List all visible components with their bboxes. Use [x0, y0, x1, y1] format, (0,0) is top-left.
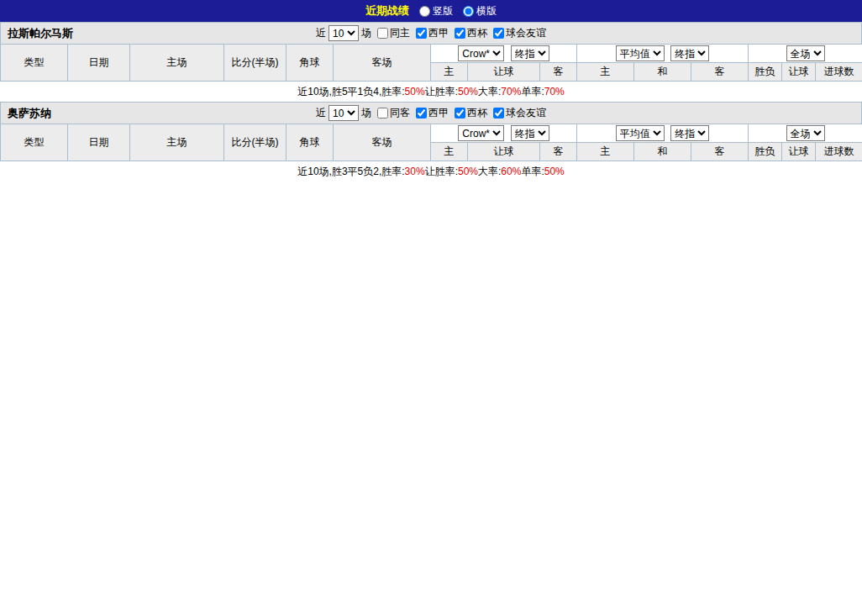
col-header-type: 类型 — [1, 45, 68, 82]
copa-checkbox[interactable] — [455, 28, 465, 39]
summary-segment: 30% — [405, 166, 425, 177]
filter-laliga[interactable]: 西甲 — [413, 26, 449, 40]
sub-header-handicap-line: 让球 — [468, 63, 540, 82]
handicap-time-select[interactable]: 终指 — [511, 45, 549, 61]
copa-checkbox[interactable] — [455, 108, 465, 118]
sub-header-handicap-result: 让球 — [782, 143, 816, 161]
vertical-layout-label: 竖版 — [433, 4, 453, 18]
col-header-score: 比分(半场) — [224, 45, 286, 82]
friendly-checkbox[interactable] — [493, 108, 504, 118]
team-name: 奥萨苏纳 — [8, 106, 51, 121]
summary-segment: 60% — [501, 166, 521, 177]
recent-label-pre: 近 — [316, 106, 326, 120]
friendly-checkbox[interactable] — [493, 28, 504, 39]
recent-count-select[interactable]: 10 — [329, 105, 359, 121]
sub-header-handicap-line: 让球 — [468, 143, 540, 161]
scope-select[interactable]: 全场 — [786, 45, 825, 61]
header-row-top: 类型 日期 主场 比分(半场) 角球 客场 Crow* 终指 平均值 终指 全场 — [1, 124, 862, 143]
recent-label-post: 场 — [361, 26, 371, 40]
summary-segment: 50% — [458, 166, 478, 177]
horizontal-layout-label: 横版 — [476, 4, 497, 18]
summary-segment: 70% — [501, 86, 521, 97]
col-header-type: 类型 — [1, 124, 68, 161]
sub-header-euro-draw: 和 — [634, 143, 691, 161]
filter-friendly[interactable]: 球会友谊 — [490, 26, 546, 40]
scope-controls: 全场 — [749, 45, 862, 63]
layout-option-vertical[interactable]: 竖版 — [419, 4, 453, 18]
filter-copa[interactable]: 西杯 — [451, 106, 487, 120]
col-header-away: 客场 — [334, 45, 431, 82]
summary-segment: 大率: — [478, 165, 501, 179]
col-header-date: 日期 — [68, 124, 130, 161]
filter-same-home[interactable]: 同主 — [374, 26, 410, 40]
same-away-checkbox[interactable] — [377, 108, 388, 118]
summary-segment: 让胜率: — [425, 165, 458, 179]
sub-header-result: 胜负 — [749, 143, 782, 161]
filter-copa[interactable]: 西杯 — [451, 26, 487, 40]
filter-friendly[interactable]: 球会友谊 — [490, 106, 546, 120]
sub-header-goals: 进球数 — [816, 63, 862, 82]
team-name: 拉斯帕尔马斯 — [8, 26, 73, 41]
europe-time-select[interactable]: 终指 — [670, 45, 709, 61]
header-row-top: 类型 日期 主场 比分(半场) 角球 客场 Crow* 终指 平均值 终指 全场 — [1, 45, 862, 63]
summary-segment: 胜率: — [381, 165, 404, 179]
europe-odds-controls: 平均值 终指 — [577, 124, 749, 143]
europe-time-select[interactable]: 终指 — [670, 125, 709, 141]
topbar: 近期战绩 竖版 横版 — [0, 0, 862, 22]
europe-source-select[interactable]: 平均值 — [616, 45, 665, 61]
col-header-corner: 角球 — [286, 124, 334, 161]
sub-header-handicap-home: 主 — [431, 143, 468, 161]
summary-segment: 胜率: — [381, 85, 404, 99]
sub-header-euro-draw: 和 — [634, 63, 691, 82]
sub-header-handicap-result: 让球 — [782, 63, 816, 82]
results-table: 类型 日期 主场 比分(半场) 角球 客场 Crow* 终指 平均值 终指 全场 — [0, 124, 862, 161]
europe-source-select[interactable]: 平均值 — [616, 125, 665, 141]
recent-count-select[interactable]: 10 — [329, 25, 359, 41]
section-header: 拉斯帕尔马斯 近 10 场 同主 西甲 西杯 球会友谊 — [0, 22, 862, 44]
sub-header-handicap-away: 客 — [540, 63, 577, 82]
section-header: 奥萨苏纳 近 10 场 同客 西甲 西杯 球会友谊 — [0, 102, 862, 124]
horizontal-layout-radio[interactable] — [463, 6, 474, 17]
handicap-time-select[interactable]: 终指 — [511, 125, 549, 141]
filter-laliga[interactable]: 西甲 — [413, 106, 449, 120]
recent-label-post: 场 — [361, 106, 371, 120]
summary-segment: 近10场,胜5平1负4, — [297, 85, 381, 99]
filter-bar: 近 10 场 同主 西甲 西杯 球会友谊 — [316, 25, 546, 41]
sub-header-handicap-away: 客 — [540, 143, 577, 161]
sub-header-goals: 进球数 — [816, 143, 862, 161]
sub-header-euro-away: 客 — [691, 143, 749, 161]
summary-segment: 70% — [544, 86, 565, 97]
europe-odds-controls: 平均值 终指 — [577, 45, 749, 63]
sub-header-euro-home: 主 — [577, 63, 634, 82]
layout-option-horizontal[interactable]: 横版 — [463, 4, 497, 18]
filter-bar: 近 10 场 同客 西甲 西杯 球会友谊 — [316, 105, 546, 121]
team-section-osasuna: 奥萨苏纳 近 10 场 同客 西甲 西杯 球会友谊 — [0, 102, 862, 182]
scope-controls: 全场 — [749, 124, 862, 143]
team-section-las-palmas: 拉斯帕尔马斯 近 10 场 同主 西甲 西杯 球会友谊 — [0, 22, 862, 102]
handicap-source-select[interactable]: Crow* — [458, 45, 504, 61]
scope-select[interactable]: 全场 — [786, 125, 825, 141]
col-header-score: 比分(半场) — [224, 124, 286, 161]
summary-segment: 50% — [544, 166, 565, 177]
sub-header-handicap-home: 主 — [431, 63, 468, 82]
sub-header-euro-away: 客 — [691, 63, 749, 82]
sub-header-result: 胜负 — [749, 63, 782, 82]
col-header-date: 日期 — [68, 45, 130, 82]
handicap-odds-controls: Crow* 终指 — [431, 124, 577, 143]
col-header-corner: 角球 — [286, 45, 334, 82]
page-title: 近期战绩 — [365, 3, 409, 18]
summary-segment: 单率: — [521, 165, 544, 179]
laliga-checkbox[interactable] — [416, 108, 427, 118]
summary-segment: 近10场,胜3平5负2, — [297, 165, 381, 179]
handicap-source-select[interactable]: Crow* — [458, 125, 504, 141]
summary-segment: 单率: — [521, 85, 544, 99]
filter-same-away[interactable]: 同客 — [374, 106, 410, 120]
col-header-home: 主场 — [130, 124, 224, 161]
vertical-layout-radio[interactable] — [419, 6, 430, 17]
recent-label-pre: 近 — [316, 26, 326, 40]
summary-segment: 让胜率: — [425, 85, 458, 99]
laliga-checkbox[interactable] — [416, 28, 427, 39]
same-home-checkbox[interactable] — [377, 28, 388, 39]
sub-header-euro-home: 主 — [577, 143, 634, 161]
col-header-away: 客场 — [334, 124, 431, 161]
